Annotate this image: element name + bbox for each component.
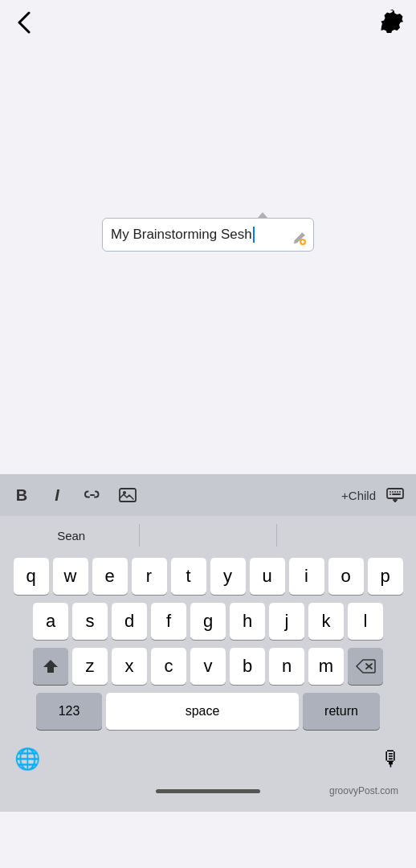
image-button[interactable] [116,483,140,507]
key-z[interactable]: z [72,648,108,685]
key-r[interactable]: r [132,558,167,595]
key-i[interactable]: i [289,558,324,595]
numbers-key[interactable]: 123 [36,693,102,730]
bottom-bar: 🌐 🎙 [0,738,416,780]
key-y[interactable]: y [210,558,246,595]
watermark: groovyPost.com [323,782,405,800]
key-k[interactable]: k [308,603,344,640]
keys-area: q w e r t y u i o p a s d f g h j k l [0,555,416,730]
predict-center[interactable] [140,521,275,550]
node-caret [258,212,267,218]
node-container: My Brainstorming Sesh [102,212,314,252]
key-q[interactable]: q [14,558,49,595]
predict-left[interactable]: Sean [3,521,139,550]
key-row-1: q w e r t y u i o p [2,558,414,595]
key-t[interactable]: t [171,558,206,595]
canvas-area: My Brainstorming Sesh [0,0,416,474]
node-text: My Brainstorming Sesh [111,227,252,243]
mic-button[interactable]: 🎙 [381,747,402,772]
key-g[interactable]: g [190,603,226,640]
node-box[interactable]: My Brainstorming Sesh [102,218,314,252]
add-child-button[interactable]: +Child [341,489,376,502]
key-row-2: a s d f g h j k l [2,603,414,640]
key-f[interactable]: f [151,603,186,640]
key-c[interactable]: c [151,648,186,685]
return-key[interactable]: return [303,693,380,730]
settings-button[interactable] [377,6,406,35]
link-button[interactable] [80,483,104,507]
back-button[interactable] [11,10,37,35]
key-h[interactable]: h [230,603,265,640]
key-s[interactable]: s [72,603,108,640]
key-m[interactable]: m [308,648,344,685]
bold-button[interactable]: B [10,483,34,507]
globe-button[interactable]: 🌐 [14,747,40,772]
key-e[interactable]: e [92,558,128,595]
keyboard-area: Sean q w e r t y u i o p a s d f g h j k [0,516,416,812]
key-row-4: 123 space return [2,693,414,730]
key-w[interactable]: w [53,558,88,595]
space-key[interactable]: space [106,693,299,730]
key-x[interactable]: x [112,648,147,685]
edit-icon [291,229,308,247]
key-p[interactable]: p [368,558,403,595]
toolbar: B I +Child [0,474,416,516]
toolbar-right: +Child [341,484,406,506]
key-o[interactable]: o [328,558,364,595]
toolbar-left: B I [10,483,328,507]
key-d[interactable]: d [112,603,147,640]
home-indicator-area: groovyPost.com [0,780,416,809]
keyboard-hide-button[interactable] [384,484,406,506]
key-u[interactable]: u [250,558,285,595]
key-b[interactable]: b [230,648,265,685]
italic-button[interactable]: I [45,483,69,507]
key-n[interactable]: n [269,648,304,685]
key-v[interactable]: v [190,648,226,685]
predict-right[interactable] [277,521,413,550]
key-j[interactable]: j [269,603,304,640]
key-row-3: z x c v b n m [2,648,414,685]
shift-key[interactable] [33,648,68,685]
predictive-bar: Sean [0,516,416,555]
text-cursor [253,227,255,243]
key-l[interactable]: l [348,603,383,640]
home-bar [156,789,260,793]
key-a[interactable]: a [33,603,68,640]
delete-key[interactable] [348,648,383,685]
